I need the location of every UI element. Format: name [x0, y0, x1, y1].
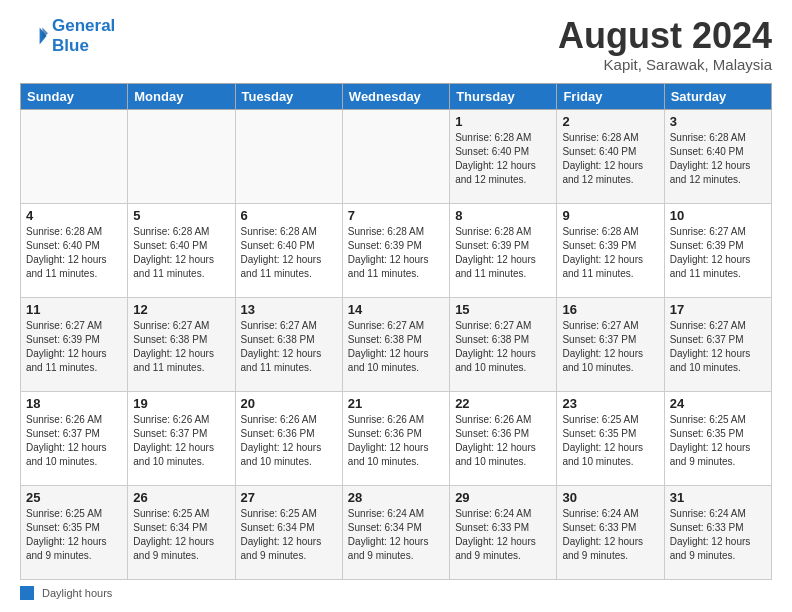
- day-info: Sunrise: 6:27 AM Sunset: 6:38 PM Dayligh…: [455, 319, 551, 375]
- col-wednesday: Wednesday: [342, 83, 449, 109]
- day-info: Sunrise: 6:26 AM Sunset: 6:36 PM Dayligh…: [348, 413, 444, 469]
- day-info: Sunrise: 6:26 AM Sunset: 6:36 PM Dayligh…: [455, 413, 551, 469]
- day-info: Sunrise: 6:24 AM Sunset: 6:33 PM Dayligh…: [670, 507, 766, 563]
- day-number: 1: [455, 114, 551, 129]
- calendar-week-row: 1Sunrise: 6:28 AM Sunset: 6:40 PM Daylig…: [21, 109, 772, 203]
- logo-icon: [20, 22, 48, 50]
- day-number: 24: [670, 396, 766, 411]
- day-number: 20: [241, 396, 337, 411]
- table-row: [342, 109, 449, 203]
- month-year: August 2024: [558, 16, 772, 56]
- day-info: Sunrise: 6:28 AM Sunset: 6:40 PM Dayligh…: [26, 225, 122, 281]
- day-number: 16: [562, 302, 658, 317]
- table-row: 14Sunrise: 6:27 AM Sunset: 6:38 PM Dayli…: [342, 297, 449, 391]
- table-row: 23Sunrise: 6:25 AM Sunset: 6:35 PM Dayli…: [557, 391, 664, 485]
- col-tuesday: Tuesday: [235, 83, 342, 109]
- table-row: 7Sunrise: 6:28 AM Sunset: 6:39 PM Daylig…: [342, 203, 449, 297]
- day-number: 22: [455, 396, 551, 411]
- day-info: Sunrise: 6:28 AM Sunset: 6:39 PM Dayligh…: [455, 225, 551, 281]
- table-row: 22Sunrise: 6:26 AM Sunset: 6:36 PM Dayli…: [450, 391, 557, 485]
- day-info: Sunrise: 6:27 AM Sunset: 6:38 PM Dayligh…: [133, 319, 229, 375]
- day-info: Sunrise: 6:27 AM Sunset: 6:37 PM Dayligh…: [670, 319, 766, 375]
- table-row: 6Sunrise: 6:28 AM Sunset: 6:40 PM Daylig…: [235, 203, 342, 297]
- day-number: 6: [241, 208, 337, 223]
- calendar-week-row: 4Sunrise: 6:28 AM Sunset: 6:40 PM Daylig…: [21, 203, 772, 297]
- table-row: [235, 109, 342, 203]
- day-info: Sunrise: 6:27 AM Sunset: 6:38 PM Dayligh…: [348, 319, 444, 375]
- day-info: Sunrise: 6:27 AM Sunset: 6:39 PM Dayligh…: [26, 319, 122, 375]
- col-monday: Monday: [128, 83, 235, 109]
- table-row: 19Sunrise: 6:26 AM Sunset: 6:37 PM Dayli…: [128, 391, 235, 485]
- table-row: 3Sunrise: 6:28 AM Sunset: 6:40 PM Daylig…: [664, 109, 771, 203]
- day-info: Sunrise: 6:26 AM Sunset: 6:36 PM Dayligh…: [241, 413, 337, 469]
- day-number: 12: [133, 302, 229, 317]
- table-row: 27Sunrise: 6:25 AM Sunset: 6:34 PM Dayli…: [235, 485, 342, 579]
- title-block: August 2024 Kapit, Sarawak, Malaysia: [558, 16, 772, 73]
- table-row: 15Sunrise: 6:27 AM Sunset: 6:38 PM Dayli…: [450, 297, 557, 391]
- day-number: 21: [348, 396, 444, 411]
- day-number: 2: [562, 114, 658, 129]
- day-info: Sunrise: 6:24 AM Sunset: 6:34 PM Dayligh…: [348, 507, 444, 563]
- table-row: 24Sunrise: 6:25 AM Sunset: 6:35 PM Dayli…: [664, 391, 771, 485]
- logo-text: General Blue: [52, 16, 115, 57]
- calendar-table: Sunday Monday Tuesday Wednesday Thursday…: [20, 83, 772, 580]
- day-number: 8: [455, 208, 551, 223]
- day-number: 31: [670, 490, 766, 505]
- col-saturday: Saturday: [664, 83, 771, 109]
- day-number: 11: [26, 302, 122, 317]
- day-number: 27: [241, 490, 337, 505]
- table-row: 1Sunrise: 6:28 AM Sunset: 6:40 PM Daylig…: [450, 109, 557, 203]
- location: Kapit, Sarawak, Malaysia: [558, 56, 772, 73]
- day-info: Sunrise: 6:26 AM Sunset: 6:37 PM Dayligh…: [133, 413, 229, 469]
- day-info: Sunrise: 6:25 AM Sunset: 6:35 PM Dayligh…: [670, 413, 766, 469]
- day-number: 26: [133, 490, 229, 505]
- day-number: 10: [670, 208, 766, 223]
- day-number: 15: [455, 302, 551, 317]
- day-info: Sunrise: 6:28 AM Sunset: 6:39 PM Dayligh…: [562, 225, 658, 281]
- day-number: 17: [670, 302, 766, 317]
- day-info: Sunrise: 6:24 AM Sunset: 6:33 PM Dayligh…: [455, 507, 551, 563]
- day-info: Sunrise: 6:26 AM Sunset: 6:37 PM Dayligh…: [26, 413, 122, 469]
- day-number: 9: [562, 208, 658, 223]
- day-info: Sunrise: 6:28 AM Sunset: 6:39 PM Dayligh…: [348, 225, 444, 281]
- day-number: 3: [670, 114, 766, 129]
- day-number: 23: [562, 396, 658, 411]
- day-info: Sunrise: 6:27 AM Sunset: 6:39 PM Dayligh…: [670, 225, 766, 281]
- table-row: 13Sunrise: 6:27 AM Sunset: 6:38 PM Dayli…: [235, 297, 342, 391]
- table-row: 4Sunrise: 6:28 AM Sunset: 6:40 PM Daylig…: [21, 203, 128, 297]
- table-row: 5Sunrise: 6:28 AM Sunset: 6:40 PM Daylig…: [128, 203, 235, 297]
- table-row: [128, 109, 235, 203]
- day-number: 7: [348, 208, 444, 223]
- day-info: Sunrise: 6:28 AM Sunset: 6:40 PM Dayligh…: [670, 131, 766, 187]
- day-info: Sunrise: 6:25 AM Sunset: 6:34 PM Dayligh…: [133, 507, 229, 563]
- table-row: 2Sunrise: 6:28 AM Sunset: 6:40 PM Daylig…: [557, 109, 664, 203]
- table-row: 16Sunrise: 6:27 AM Sunset: 6:37 PM Dayli…: [557, 297, 664, 391]
- legend-box: [20, 586, 34, 600]
- logo: General Blue: [20, 16, 115, 57]
- day-number: 30: [562, 490, 658, 505]
- day-number: 5: [133, 208, 229, 223]
- day-info: Sunrise: 6:27 AM Sunset: 6:38 PM Dayligh…: [241, 319, 337, 375]
- calendar-week-row: 11Sunrise: 6:27 AM Sunset: 6:39 PM Dayli…: [21, 297, 772, 391]
- calendar-week-row: 25Sunrise: 6:25 AM Sunset: 6:35 PM Dayli…: [21, 485, 772, 579]
- calendar-header-row: Sunday Monday Tuesday Wednesday Thursday…: [21, 83, 772, 109]
- day-number: 4: [26, 208, 122, 223]
- table-row: 18Sunrise: 6:26 AM Sunset: 6:37 PM Dayli…: [21, 391, 128, 485]
- day-info: Sunrise: 6:25 AM Sunset: 6:35 PM Dayligh…: [562, 413, 658, 469]
- day-number: 19: [133, 396, 229, 411]
- day-number: 14: [348, 302, 444, 317]
- table-row: 28Sunrise: 6:24 AM Sunset: 6:34 PM Dayli…: [342, 485, 449, 579]
- day-number: 13: [241, 302, 337, 317]
- table-row: 12Sunrise: 6:27 AM Sunset: 6:38 PM Dayli…: [128, 297, 235, 391]
- header: General Blue August 2024 Kapit, Sarawak,…: [20, 16, 772, 73]
- table-row: 21Sunrise: 6:26 AM Sunset: 6:36 PM Dayli…: [342, 391, 449, 485]
- day-info: Sunrise: 6:24 AM Sunset: 6:33 PM Dayligh…: [562, 507, 658, 563]
- day-info: Sunrise: 6:28 AM Sunset: 6:40 PM Dayligh…: [133, 225, 229, 281]
- legend-label: Daylight hours: [42, 587, 112, 599]
- table-row: 11Sunrise: 6:27 AM Sunset: 6:39 PM Dayli…: [21, 297, 128, 391]
- table-row: 10Sunrise: 6:27 AM Sunset: 6:39 PM Dayli…: [664, 203, 771, 297]
- table-row: 8Sunrise: 6:28 AM Sunset: 6:39 PM Daylig…: [450, 203, 557, 297]
- page: General Blue August 2024 Kapit, Sarawak,…: [0, 0, 792, 612]
- col-thursday: Thursday: [450, 83, 557, 109]
- day-info: Sunrise: 6:25 AM Sunset: 6:35 PM Dayligh…: [26, 507, 122, 563]
